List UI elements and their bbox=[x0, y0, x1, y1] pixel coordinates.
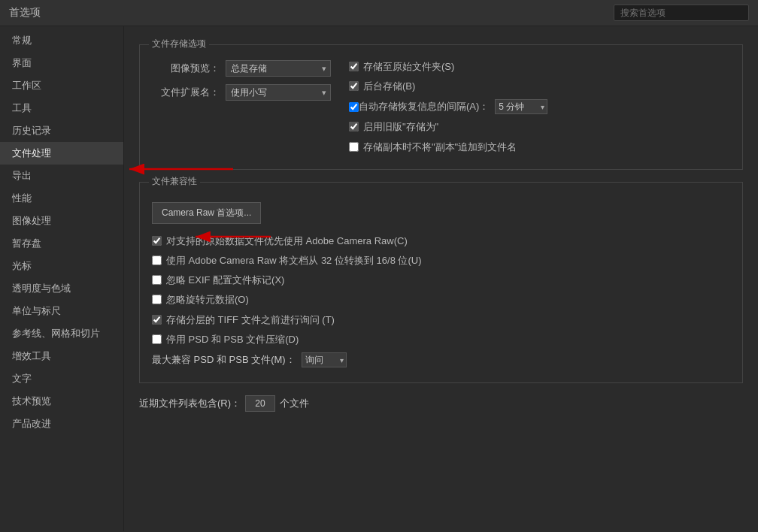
file-ext-select-wrapper[interactable]: 使用小写 使用大写 bbox=[226, 84, 331, 101]
compat-option6-input[interactable] bbox=[152, 334, 162, 344]
psd-compat-label: 最大兼容 PSD 和 PSB 文件(M)： bbox=[152, 353, 296, 367]
compat-option2-input[interactable] bbox=[152, 255, 162, 265]
file-compat-section: 文件兼容性 Camera Raw 首选项... 对支持的原始数据文件优先使用 A… bbox=[139, 182, 743, 383]
compat-option2: 使用 Adobe Camera Raw 将文档从 32 位转换到 16/8 位(… bbox=[152, 254, 730, 268]
sidebar-item-工作区[interactable]: 工作区 bbox=[0, 74, 123, 97]
compat-option5-input[interactable] bbox=[152, 315, 162, 325]
psd-select-wrapper[interactable]: 询问 从不 总是 bbox=[302, 352, 347, 367]
sidebar-item-图像处理[interactable]: 图像处理 bbox=[0, 210, 123, 232]
checkbox-bg-save-label: 后台存储(B) bbox=[363, 80, 415, 93]
search-input[interactable] bbox=[614, 5, 749, 21]
recent-files-input[interactable] bbox=[245, 395, 275, 412]
checkbox-legacy-save-input[interactable] bbox=[349, 122, 359, 131]
compat-option1-label: 对支持的原始数据文件优先使用 Adobe Camera Raw(C) bbox=[166, 234, 408, 248]
file-storage-section: 文件存储选项 图像预览： 总是存储 从不存储 询问保存 bbox=[139, 44, 743, 170]
file-ext-select[interactable]: 使用小写 使用大写 bbox=[226, 84, 331, 101]
checkbox-legacy-save-label: 启用旧版"存储为" bbox=[363, 120, 438, 134]
file-ext-row: 文件扩展名： 使用小写 使用大写 bbox=[152, 84, 331, 101]
checkbox-auto-save-label: 自动存储恢复信息的间隔(A)： bbox=[359, 100, 489, 113]
sidebar-item-常规[interactable]: 常规 bbox=[0, 29, 123, 52]
sidebar-item-产品改进[interactable]: 产品改进 bbox=[0, 413, 123, 435]
image-preview-row: 图像预览： 总是存储 从不存储 询问保存 bbox=[152, 60, 331, 77]
sidebar-item-工具[interactable]: 工具 bbox=[0, 97, 123, 119]
checkbox-original-folder-label: 存储至原始文件夹(S) bbox=[363, 60, 454, 74]
sidebar-item-导出[interactable]: 导出 bbox=[0, 165, 123, 187]
sidebar-item-文件处理[interactable]: 文件处理 bbox=[0, 142, 123, 165]
title-bar: 首选项 bbox=[0, 0, 758, 26]
sidebar-item-暂存盘[interactable]: 暂存盘 bbox=[0, 232, 123, 255]
checkbox-bg-save: 后台存储(B) bbox=[349, 80, 730, 93]
checkbox-original-folder: 存储至原始文件夹(S) bbox=[349, 60, 730, 74]
checkbox-original-folder-input[interactable] bbox=[349, 62, 359, 71]
checkbox-no-append: 存储副本时不将"副本"追加到文件名 bbox=[349, 141, 730, 154]
sidebar-item-参考线、网格和切片[interactable]: 参考线、网格和切片 bbox=[0, 322, 123, 345]
sidebar-item-历史记录[interactable]: 历史记录 bbox=[0, 119, 123, 142]
auto-save-select-wrapper[interactable]: 5 分钟 10 分钟 15 分钟 30 分钟 bbox=[495, 99, 547, 114]
sidebar-item-透明度与色域[interactable]: 透明度与色域 bbox=[0, 277, 123, 300]
app-title: 首选项 bbox=[9, 6, 41, 20]
recent-files-row: 近期文件列表包含(R)： 个文件 bbox=[139, 395, 743, 412]
right-checkboxes: 存储至原始文件夹(S) 后台存储(B) 自动存储恢复信息的间隔(A)： bbox=[349, 60, 730, 160]
image-preview-select-wrapper[interactable]: 总是存储 从不存储 询问保存 bbox=[226, 60, 331, 77]
compat-option3: 忽略 EXIF 配置文件标记(X) bbox=[152, 274, 730, 287]
sidebar-item-增效工具[interactable]: 增效工具 bbox=[0, 345, 123, 367]
compat-option1: 对支持的原始数据文件优先使用 Adobe Camera Raw(C) bbox=[152, 234, 730, 248]
compat-option4: 忽略旋转元数据(O) bbox=[152, 293, 730, 307]
sidebar-item-性能[interactable]: 性能 bbox=[0, 187, 123, 210]
file-ext-label: 文件扩展名： bbox=[152, 86, 220, 99]
sidebar-item-单位与标尺[interactable]: 单位与标尺 bbox=[0, 300, 123, 322]
compat-option3-input[interactable] bbox=[152, 275, 162, 285]
recent-files-label-after: 个文件 bbox=[280, 397, 309, 410]
compat-option5-label: 存储分层的 TIFF 文件之前进行询问 (T) bbox=[166, 313, 335, 327]
checkbox-legacy-save: 启用旧版"存储为" bbox=[349, 120, 730, 134]
sidebar-item-技术预览[interactable]: 技术预览 bbox=[0, 390, 123, 413]
compat-option5: 存储分层的 TIFF 文件之前进行询问 (T) bbox=[152, 313, 730, 327]
sidebar-item-光标[interactable]: 光标 bbox=[0, 255, 123, 277]
compat-option2-label: 使用 Adobe Camera Raw 将文档从 32 位转换到 16/8 位(… bbox=[166, 254, 422, 268]
camera-raw-button[interactable]: Camera Raw 首选项... bbox=[152, 202, 261, 224]
sidebar-item-文字[interactable]: 文字 bbox=[0, 367, 123, 390]
auto-save-row: 自动存储恢复信息的间隔(A)： 5 分钟 10 分钟 15 分钟 30 分钟 bbox=[349, 99, 730, 114]
file-compat-title: 文件兼容性 bbox=[149, 175, 200, 188]
compat-option4-label: 忽略旋转元数据(O) bbox=[166, 293, 249, 307]
compat-option4-input[interactable] bbox=[152, 295, 162, 304]
sidebar-item-界面[interactable]: 界面 bbox=[0, 52, 123, 74]
recent-files-label-before: 近期文件列表包含(R)： bbox=[139, 397, 241, 410]
checkbox-no-append-label: 存储副本时不将"副本"追加到文件名 bbox=[363, 141, 517, 154]
content-area: 文件存储选项 图像预览： 总是存储 从不存储 询问保存 bbox=[124, 26, 758, 531]
checkbox-no-append-input[interactable] bbox=[349, 142, 359, 152]
image-preview-label: 图像预览： bbox=[152, 62, 220, 75]
file-storage-title: 文件存储选项 bbox=[149, 38, 209, 50]
compat-option1-input[interactable] bbox=[152, 236, 162, 246]
psd-compat-row: 最大兼容 PSD 和 PSB 文件(M)： 询问 从不 总是 bbox=[152, 352, 730, 367]
sidebar: 常规界面工作区工具历史记录文件处理导出性能图像处理暂存盘光标透明度与色域单位与标… bbox=[0, 26, 124, 531]
compat-option6-label: 停用 PSD 和 PSB 文件压缩(D) bbox=[166, 333, 299, 346]
auto-save-select[interactable]: 5 分钟 10 分钟 15 分钟 30 分钟 bbox=[495, 99, 547, 114]
compat-option3-label: 忽略 EXIF 配置文件标记(X) bbox=[166, 274, 284, 287]
psd-select[interactable]: 询问 从不 总是 bbox=[302, 352, 347, 367]
left-form: 图像预览： 总是存储 从不存储 询问保存 文 bbox=[152, 60, 331, 160]
checkbox-bg-save-input[interactable] bbox=[349, 81, 359, 91]
checkbox-auto-save-input[interactable] bbox=[349, 102, 359, 112]
compat-option6: 停用 PSD 和 PSB 文件压缩(D) bbox=[152, 333, 730, 346]
image-preview-select[interactable]: 总是存储 从不存储 询问保存 bbox=[226, 60, 331, 77]
